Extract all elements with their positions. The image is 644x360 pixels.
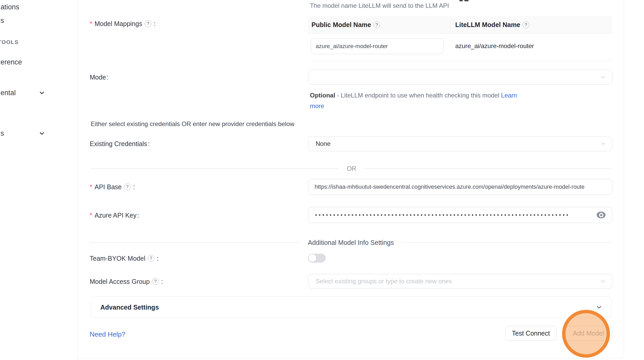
help-question-icon[interactable]: ? [148,255,154,262]
credentials-note: Either select existing credentials OR en… [91,120,294,128]
chevron-down-icon[interactable] [38,89,45,96]
chevron-down-icon [600,141,606,147]
help-question-icon[interactable]: ? [373,22,380,28]
sidebar-item-s2[interactable]: s [0,129,4,138]
learn-more-link[interactable]: more [310,102,324,109]
required-asterisk: * [90,211,92,219]
model-access-group-select[interactable]: Select existing groups or type to create… [308,274,612,289]
column-divider [450,19,450,30]
mode-select[interactable] [308,70,612,85]
eye-icon[interactable] [597,212,606,218]
api-base-input[interactable] [308,179,612,195]
sidebar-item-ental[interactable]: ental [0,89,16,97]
existing-credentials-value: None [316,140,330,147]
advanced-settings-title: Advanced Settings [100,304,595,311]
need-help-link[interactable]: Need Help? [90,330,125,338]
sidebar: ations s TOOLS erence ental s [0,0,77,360]
add-model-page: ations s TOOLS erence ental s The model … [0,0,644,360]
required-asterisk: * [90,20,92,28]
help-question-icon[interactable]: ? [124,184,131,190]
table-header-row: Public Model Name ? LiteLLM Model Name ? [308,16,612,34]
clipped-text-fragment [459,0,463,1]
sidebar-item-ations[interactable]: ations [0,3,19,11]
model-mappings-label: * Model Mappings ? : [90,20,155,28]
chevron-down-icon [600,74,606,80]
advanced-settings-panel[interactable]: Advanced Settings [91,297,612,318]
column-header-litellm-model-name: LiteLLM Model Name ? [450,21,529,29]
azure-api-key-label: * Azure API Key : [90,211,139,219]
sidebar-item-erence[interactable]: erence [0,58,22,66]
team-byok-toggle[interactable] [308,254,326,263]
model-access-group-placeholder: Select existing groups or type to create… [316,278,452,285]
chevron-down-icon [595,304,603,311]
additional-settings-divider: Additional Model Info Settings [89,239,612,246]
sidebar-section-tools: TOOLS [0,39,18,45]
api-base-label: * API Base ? : [90,183,135,191]
chevron-down-icon [600,278,606,284]
mode-helper-line1: Optional - LiteLLM endpoint to use when … [310,91,517,100]
existing-credentials-label: Existing Credentials : [90,140,150,148]
model-access-group-label: Model Access Group ? : [90,278,163,285]
mode-helper-line2: more [310,101,324,111]
model-name-helper-text: The model name LiteLLM will send to the … [310,1,449,10]
learn-more-link[interactable]: Learn [501,92,517,99]
required-asterisk: * [90,183,92,191]
table-body-row: azure_ai/azure-model-router [308,34,612,61]
model-mappings-table: Public Model Name ? LiteLLM Model Name ?… [308,16,612,61]
public-model-name-input[interactable] [311,38,444,54]
add-model-button[interactable]: Add Model [564,326,612,341]
chevron-down-icon[interactable] [38,130,45,137]
column-header-public-model-name: Public Model Name ? [308,21,450,29]
toggle-knob [309,254,316,262]
sidebar-item-s1[interactable]: s [0,17,4,25]
help-question-icon[interactable]: ? [152,278,159,285]
help-question-icon[interactable]: ? [523,22,529,28]
help-question-icon[interactable]: ? [145,20,151,27]
azure-api-key-input[interactable] [308,207,612,223]
azure-api-key-field [308,207,612,223]
team-byok-label: Team-BYOK Model ? : [90,254,159,262]
clipped-text-fragment [464,0,469,1]
mode-label: Mode : [90,73,109,81]
existing-credentials-select[interactable]: None [308,136,612,151]
litellm-model-name-value: azure_ai/azure-model-router [455,42,534,50]
or-divider: OR [91,165,612,173]
test-connect-button[interactable]: Test Connect [505,326,556,341]
